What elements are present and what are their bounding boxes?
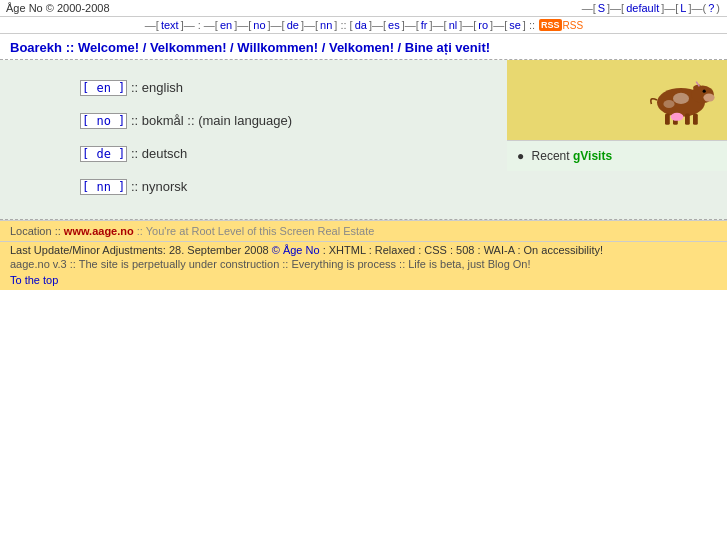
rss-xml-link[interactable]: RSS <box>563 20 584 31</box>
svg-point-2 <box>703 94 714 102</box>
svg-point-11 <box>673 93 689 104</box>
sep3: ]—[ <box>234 19 251 31</box>
rss-icon: RSS <box>539 19 562 31</box>
lang-sep-nn: :: nynorsk <box>131 179 187 194</box>
svg-point-3 <box>703 90 706 93</box>
lang-item-no: [ no ] :: bokmål :: (main language) <box>80 113 487 128</box>
recent-label: Recent <box>532 149 570 163</box>
svg-rect-9 <box>693 114 698 125</box>
lang-sep-de: :: deutsch <box>131 146 187 161</box>
nav-ro-link[interactable]: ro <box>478 19 488 31</box>
lang-item-de: [ de ] :: deutsch <box>80 146 487 161</box>
right-panel: ● Recent gVisits <box>507 60 727 219</box>
lang-link-no[interactable]: [ no ] <box>80 113 127 129</box>
main-content: [ en ] :: english [ no ] :: bokmål :: (m… <box>0 60 727 220</box>
sep11: ]—[ <box>490 19 507 31</box>
second-nav-bar: —[ text ]— : —[ en ]—[ no ]—[ de ]—[ nn … <box>0 17 727 34</box>
cow-image-area <box>507 60 727 140</box>
language-list: [ en ] :: english [ no ] :: bokmål :: (m… <box>0 60 507 219</box>
nav-title: Åge No © 2000-2008 <box>6 2 110 14</box>
sep2: ]— : —[ <box>181 19 218 31</box>
update-label: Last Update/Minor Adjustments: 28. Septe… <box>10 244 269 256</box>
lang-link-en[interactable]: [ en ] <box>80 80 127 96</box>
nav-q-close: ) <box>716 2 720 14</box>
sep8: ]—[ <box>402 19 419 31</box>
sep5: ]—[ <box>301 19 318 31</box>
lang-sep-no: :: bokmål :: (main language) <box>131 113 292 128</box>
nav-nn-link[interactable]: nn <box>320 19 332 31</box>
lang-sep-en: :: english <box>131 80 183 95</box>
sep7: ]—[ <box>369 19 386 31</box>
gvisits-link[interactable]: gVisits <box>573 149 612 163</box>
nav-l-close: ]—( <box>688 2 706 14</box>
footer: Last Update/Minor Adjustments: 28. Septe… <box>0 242 727 290</box>
nav-no-link[interactable]: no <box>253 19 265 31</box>
update-line: Last Update/Minor Adjustments: 28. Septe… <box>10 244 717 256</box>
nav-q-link[interactable]: ? <box>708 2 714 14</box>
nav-right: —[ S ]—[ default ]—[ L ]—( ? ) <box>581 2 721 14</box>
svg-rect-6 <box>665 114 670 125</box>
svg-point-10 <box>671 113 684 121</box>
copyright-link[interactable]: © Åge No <box>272 244 320 256</box>
nav-nl-link[interactable]: nl <box>449 19 458 31</box>
nav-da-link[interactable]: da <box>355 19 367 31</box>
svg-point-12 <box>663 100 674 108</box>
location-url[interactable]: www.aage.no <box>64 225 134 237</box>
location-label: Location :: <box>10 225 61 237</box>
to-top: To the top <box>10 274 717 286</box>
footer-links: : XHTML : Relaxed : CSS : 508 : WAI-A : … <box>323 244 603 256</box>
sep9: ]—[ <box>430 19 447 31</box>
nav-left: Åge No © 2000-2008 <box>6 2 110 14</box>
lang-item-en: [ en ] :: english <box>80 80 487 95</box>
welcome-header: Boarekh :: Welcome! / Velkommen! / Willk… <box>0 34 727 60</box>
svg-rect-8 <box>685 114 690 125</box>
top-nav-bar: Åge No © 2000-2008 —[ S ]—[ default ]—[ … <box>0 0 727 17</box>
cow-illustration <box>637 70 717 130</box>
bullet-icon: ● <box>517 149 524 163</box>
sep6: ] :: [ <box>334 19 352 31</box>
welcome-text: Boarekh :: Welcome! / Velkommen! / Willk… <box>10 40 490 55</box>
recent-panel: ● Recent gVisits <box>507 140 727 171</box>
sep1: —[ <box>145 19 159 31</box>
nav-s-close: ]—[ <box>607 2 624 14</box>
nav-default-close: ]—[ <box>661 2 678 14</box>
location-desc-text: You're at Root Level of this Screen Real… <box>146 225 375 237</box>
nav-se-link[interactable]: se <box>509 19 521 31</box>
nav-es-link[interactable]: es <box>388 19 400 31</box>
sep4: ]—[ <box>268 19 285 31</box>
nav-s-sep: —[ <box>582 2 596 14</box>
sep12: ] :: <box>523 19 535 31</box>
nav-de-link[interactable]: de <box>287 19 299 31</box>
version-line: aage.no v.3 :: The site is perpetually u… <box>10 258 717 270</box>
to-top-link[interactable]: To the top <box>10 274 58 286</box>
location-description: :: <box>137 225 146 237</box>
sep10: ]—[ <box>459 19 476 31</box>
nav-text-link[interactable]: text <box>161 19 179 31</box>
nav-fr-link[interactable]: fr <box>421 19 428 31</box>
lang-link-de[interactable]: [ de ] <box>80 146 127 162</box>
nav-en-link[interactable]: en <box>220 19 232 31</box>
lang-item-nn: [ nn ] :: nynorsk <box>80 179 487 194</box>
nav-l-link[interactable]: L <box>680 2 686 14</box>
lang-link-nn[interactable]: [ nn ] <box>80 179 127 195</box>
nav-default-link[interactable]: default <box>626 2 659 14</box>
location-bar: Location :: www.aage.no :: You're at Roo… <box>0 220 727 242</box>
nav-s-link[interactable]: S <box>598 2 605 14</box>
